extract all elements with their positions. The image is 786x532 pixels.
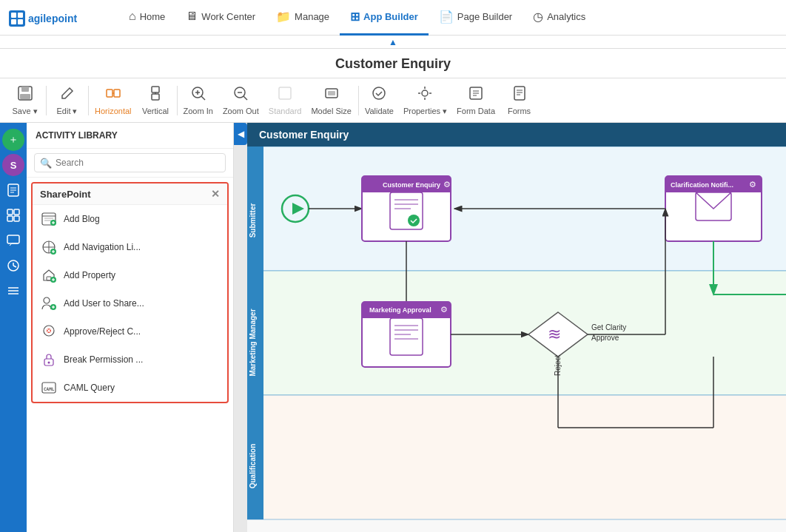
add-blog-icon (40, 210, 58, 228)
nav-app-builder[interactable]: ⊞ App Builder (340, 0, 429, 36)
toolbar-sep-4 (358, 86, 359, 115)
approve-reject-icon (40, 323, 58, 340)
nav-manage-label: Manage (295, 11, 329, 22)
svg-point-26 (422, 90, 428, 96)
add-navigation-icon (40, 238, 58, 256)
customer-enquiry-node[interactable]: Customer Enquiry ⚙ (362, 176, 451, 241)
nav-home-label: Home (140, 11, 166, 22)
add-user-icon (40, 294, 58, 312)
marketing-approval-node[interactable]: Marketing Approval ⚙ (362, 302, 451, 367)
svg-rect-46 (14, 216, 19, 221)
svg-rect-9 (107, 90, 112, 97)
zoom-out-button[interactable]: Zoom Out (218, 81, 264, 120)
list-icon-button[interactable] (2, 280, 24, 302)
standard-button[interactable]: Standard (264, 81, 307, 120)
canvas-header: Customer Enquiry (247, 123, 786, 147)
svg-line-50 (13, 266, 16, 267)
svg-text:CAML: CAML (44, 386, 55, 391)
approve-reject-label: Approve/Reject C... (64, 326, 141, 337)
page-builder-icon: 📄 (439, 10, 454, 24)
customer-enquiry-gear[interactable]: ⚙ (443, 180, 451, 189)
add-navigation-item[interactable]: Add Navigation Li... (33, 233, 227, 261)
nav-analytics[interactable]: ◷ Analytics (523, 0, 596, 36)
svg-line-18 (201, 96, 205, 100)
properties-button[interactable]: Properties ▾ (399, 81, 452, 120)
customer-enquiry-title: Customer Enquiry (383, 181, 440, 189)
grid-icon-button[interactable] (2, 204, 24, 226)
add-navigation-label: Add Navigation Li... (64, 242, 141, 252)
svg-line-21 (243, 96, 247, 100)
svg-text:agilepoint: agilepoint (28, 13, 77, 24)
add-blog-item[interactable]: Add Blog (33, 205, 227, 233)
add-blog-label: Add Blog (64, 214, 100, 224)
title-bar: Customer Enquiry (0, 49, 786, 78)
nav-work-center-label: Work Center (201, 11, 255, 22)
search-bar: 🔍 (27, 149, 233, 178)
model-size-button[interactable]: Model Size (306, 81, 356, 120)
form-data-icon (468, 85, 484, 105)
form-data-button[interactable]: Form Data (452, 81, 500, 120)
validate-icon (371, 85, 387, 105)
zoom-in-button[interactable]: Zoom In (179, 81, 218, 120)
break-permission-icon (40, 351, 58, 368)
caml-query-item[interactable]: CAML CAML Query (33, 374, 227, 402)
svg-rect-2 (18, 13, 23, 18)
vertical-icon (147, 85, 164, 105)
add-activity-button[interactable]: ＋ (2, 129, 24, 151)
save-button[interactable]: Save ▾ (6, 81, 44, 120)
svg-point-80 (48, 362, 50, 364)
activity-library: ACTIVITY LIBRARY 🔍 SharePoint ✕ (27, 123, 234, 532)
nav-work-center[interactable]: 🖥 Work Center (175, 0, 266, 36)
clarification-notif-gear[interactable]: ⚙ (749, 180, 756, 189)
zoom-in-icon (190, 85, 206, 105)
nav-items: ⌂ Home 🖥 Work Center 📁 Manage ⊞ App Buil… (118, 0, 596, 36)
marketing-approval-title: Marketing Approval (369, 306, 431, 314)
logo: agilepoint (7, 6, 104, 30)
nav-home[interactable]: ⌂ Home (118, 0, 175, 36)
vertical-button[interactable]: Vertical (137, 81, 175, 120)
svg-point-97 (408, 215, 420, 226)
validate-button[interactable]: Validate (360, 81, 399, 120)
add-property-item[interactable]: Add Property (33, 261, 227, 289)
nav-app-builder-label: App Builder (363, 11, 418, 22)
svg-rect-47 (7, 235, 19, 243)
marketing-manager-lane-label: Marketing Manager (249, 309, 257, 376)
clarification-notif-node[interactable]: Clarification Notifi... ⚙ (665, 176, 762, 241)
doc-icon-button[interactable] (2, 179, 24, 201)
comment-icon-button[interactable] (2, 229, 24, 252)
svg-rect-22 (279, 87, 291, 99)
horizontal-button[interactable]: Horizontal (90, 81, 137, 120)
break-permission-item[interactable]: Break Permission ... (33, 346, 227, 374)
chevron-up-icon: ▲ (389, 37, 397, 47)
svg-rect-35 (514, 87, 525, 100)
collapse-panel-button[interactable]: ◀ (234, 123, 247, 145)
nav-page-builder-label: Page Builder (457, 11, 512, 22)
save-icon (17, 85, 33, 105)
svg-rect-8 (20, 94, 30, 99)
add-user-label: Add User to Share... (64, 298, 144, 309)
svg-rect-84 (247, 271, 786, 395)
page-title: Customer Enquiry (335, 56, 451, 71)
clock-icon-button[interactable] (2, 255, 24, 277)
manage-icon: 📁 (276, 10, 291, 24)
marketing-approval-gear[interactable]: ⚙ (440, 305, 448, 314)
chevron-up-bar[interactable]: ▲ (0, 36, 786, 49)
svg-text:≋: ≋ (548, 325, 561, 343)
nav-manage[interactable]: 📁 Manage (266, 0, 340, 36)
nav-page-builder[interactable]: 📄 Page Builder (429, 0, 523, 36)
nav-analytics-label: Analytics (547, 11, 585, 22)
edit-button[interactable]: Edit ▾ (48, 81, 87, 120)
s-button[interactable]: S (2, 154, 24, 176)
work-center-icon: 🖥 (186, 10, 198, 23)
sharepoint-title: SharePoint (40, 189, 91, 200)
add-user-item[interactable]: Add User to Share... (33, 289, 227, 317)
approve-reject-item[interactable]: Approve/Reject C... (33, 317, 227, 346)
canvas-area[interactable]: Customer Enquiry Submitter Marketing Man… (247, 123, 786, 532)
svg-rect-12 (152, 87, 159, 92)
svg-rect-44 (14, 209, 19, 215)
forms-button[interactable]: Forms (500, 81, 539, 120)
properties-icon (417, 85, 433, 105)
search-input[interactable] (34, 153, 226, 172)
sharepoint-close-button[interactable]: ✕ (211, 188, 220, 200)
standard-icon (277, 85, 293, 105)
